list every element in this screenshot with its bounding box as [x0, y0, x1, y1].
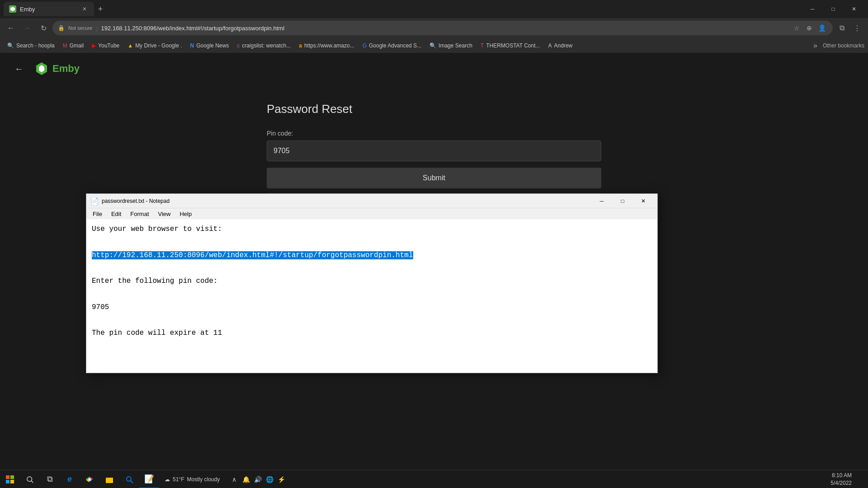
reload-button[interactable]: ↻	[36, 21, 51, 35]
bookmark-thermostat[interactable]: T THERMOSTAT Cont...	[477, 41, 544, 51]
bookmark-label: My Drive - Google .	[135, 42, 182, 49]
toolbar-icons: ⧉ ⋮	[835, 21, 864, 35]
bookmark-craigslist[interactable]: c craigslist: wenatch...	[233, 41, 294, 51]
taskbar-chrome[interactable]	[80, 470, 99, 488]
bookmark-label: Google Advanced S...	[369, 42, 421, 49]
bookmark-star-icon[interactable]: ☆	[791, 23, 802, 33]
taskbar: ⧉ e 📝 ☁ 51°F Mostly cloudy ∧ 🔔 🔊 🌐 ⚡	[0, 470, 868, 488]
notepad-maximize-button[interactable]: □	[612, 194, 633, 208]
notepad-titlebar: 📄 passwordreset.txt - Notepad ─ □ ✕	[86, 194, 657, 208]
notepad-menu-format[interactable]: Format	[126, 210, 153, 218]
emby-logo-text: Emby	[52, 63, 80, 75]
tab-title: Emby	[20, 6, 77, 13]
extension-icon[interactable]: ⊕	[804, 23, 815, 33]
bookmark-label: craigslist: wenatch...	[242, 42, 291, 49]
browser-tab-active[interactable]: Emby ✕	[4, 2, 94, 16]
notepad-menu-view[interactable]: View	[154, 210, 175, 218]
explorer-icon	[105, 475, 113, 483]
bookmarks-more-button[interactable]: »	[811, 40, 820, 52]
not-secure-label: Not secure	[68, 25, 92, 31]
bookmark-label: YouTube	[98, 42, 119, 49]
emby-header: ← Emby	[0, 53, 868, 84]
bookmark-google-news[interactable]: N Google News	[186, 41, 232, 51]
taskbar-edge[interactable]: e	[60, 470, 80, 488]
network-icon[interactable]: 🌐	[264, 474, 275, 485]
show-desktop-button[interactable]	[857, 474, 868, 485]
address-bar[interactable]: 🔒 Not secure | 192.168.11.250:8096/web/i…	[52, 21, 833, 35]
minimize-button[interactable]: ─	[802, 0, 823, 18]
emby-back-button[interactable]: ←	[11, 61, 27, 77]
bookmark-label: Image Search	[439, 42, 472, 49]
notepad-close-button[interactable]: ✕	[633, 194, 654, 208]
notepad-url-selected: http://192.168.11.250:8096/web/index.htm…	[92, 251, 413, 259]
tab-favicon	[9, 5, 16, 13]
volume-icon[interactable]: 🔊	[252, 474, 263, 485]
bookmark-favicon: A	[548, 42, 552, 49]
notepad-line-pin-value: 9705	[92, 303, 109, 311]
bookmark-image-search[interactable]: 🔍 Image Search	[426, 41, 476, 51]
notepad-line-blank1	[92, 238, 96, 246]
svg-marker-0	[10, 7, 15, 11]
search-icon	[26, 475, 34, 483]
weather-widget[interactable]: ☁ 51°F Mostly cloudy	[159, 476, 225, 483]
bookmark-amazon[interactable]: a https://www.amazo...	[295, 41, 358, 51]
notepad-title: passwordreset.txt - Notepad	[102, 198, 591, 204]
window-controls: ─ □ ✕	[802, 0, 864, 18]
bookmark-label: Google News	[196, 42, 229, 49]
new-tab-button[interactable]: +	[94, 3, 107, 15]
bookmark-gmail[interactable]: M Gmail	[59, 41, 87, 51]
bookmark-label: Andrew	[554, 42, 573, 49]
bookmark-favicon: 🔍	[7, 42, 14, 49]
notepad-window: 📄 passwordreset.txt - Notepad ─ □ ✕ File…	[86, 193, 658, 373]
back-button[interactable]: ←	[4, 21, 18, 35]
taskbar-explorer[interactable]	[99, 470, 119, 488]
extensions-button[interactable]: ⧉	[835, 21, 849, 35]
bookmark-favicon: ▲	[127, 42, 133, 49]
notepad-menu-help[interactable]: Help	[175, 210, 196, 218]
bookmark-google-advanced[interactable]: G Google Advanced S...	[359, 41, 425, 51]
profile-icon[interactable]: 👤	[816, 23, 827, 33]
bookmark-youtube[interactable]: ▶ YouTube	[88, 41, 123, 51]
bookmark-hoopla[interactable]: 🔍 Search - hoopla	[4, 41, 58, 51]
weather-temp: 51°F	[173, 476, 184, 483]
forward-button[interactable]: →	[20, 21, 34, 35]
security-icon: 🔒	[58, 25, 65, 31]
battery-icon[interactable]: ⚡	[276, 474, 287, 485]
pin-label: Pin code:	[267, 130, 601, 137]
close-button[interactable]: ✕	[844, 0, 864, 18]
clock-display: 8:10 AM 5/4/2022	[830, 472, 852, 487]
browser-chrome: Emby ✕ + ─ □ ✕ ← → ↻ 🔒 Not secure | 192.…	[0, 0, 868, 53]
start-button[interactable]	[0, 470, 20, 488]
notepad-line-browser-prompt: Use your web browser to visit:	[92, 225, 222, 233]
svg-point-12	[127, 477, 131, 481]
bookmark-favicon: N	[190, 42, 194, 49]
notepad-content[interactable]: Use your web browser to visit: http://19…	[86, 219, 657, 373]
menu-button[interactable]: ⋮	[850, 21, 864, 35]
notifications-icon[interactable]: 🔔	[241, 474, 251, 485]
notepad-minimize-button[interactable]: ─	[591, 194, 612, 208]
maximize-button[interactable]: □	[823, 0, 844, 18]
taskbar-task-view[interactable]: ⧉	[40, 470, 60, 488]
emby-logo-icon	[34, 61, 49, 76]
notepad-line-blank4	[92, 316, 96, 324]
bookmark-favicon: 🔍	[429, 42, 436, 49]
svg-point-7	[27, 477, 32, 482]
tab-close-button[interactable]: ✕	[80, 5, 89, 13]
svg-line-8	[31, 481, 33, 483]
notepad-line-blank2	[92, 264, 96, 272]
bookmark-favicon: a	[299, 42, 302, 49]
chevron-up-icon[interactable]: ∧	[229, 474, 240, 485]
pin-input[interactable]	[267, 141, 601, 161]
taskbar-search[interactable]	[20, 470, 40, 488]
notepad-menu-file[interactable]: File	[88, 210, 107, 218]
bookmark-andrew[interactable]: A Andrew	[545, 41, 576, 51]
notepad-line-blank3	[92, 290, 96, 298]
taskbar-notepad[interactable]: 📝	[139, 470, 159, 488]
taskbar-search2[interactable]	[119, 470, 139, 488]
bookmark-label: Gmail	[70, 42, 84, 49]
other-bookmarks-label[interactable]: Other bookmarks	[823, 42, 864, 49]
notepad-menu-edit[interactable]: Edit	[107, 210, 126, 218]
submit-button[interactable]: Submit	[267, 168, 601, 188]
taskbar-clock[interactable]: 8:10 AM 5/4/2022	[830, 472, 857, 487]
bookmark-drive[interactable]: ▲ My Drive - Google .	[124, 41, 185, 51]
